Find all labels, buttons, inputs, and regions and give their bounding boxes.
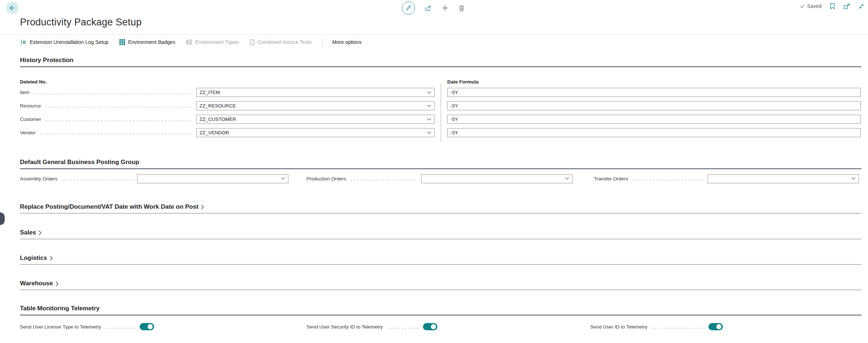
transfer-orders-combobox[interactable] [708,174,859,183]
field-label: Send User ID to Telemetry [590,324,647,330]
combobox-value: ZZ_VENDOR [199,130,229,135]
chevron-right-icon [38,230,42,236]
bookmark-button[interactable] [830,3,835,9]
new-button[interactable] [441,4,449,12]
vendor-date-formula-input[interactable] [447,128,861,137]
chevron-down-icon [565,177,569,180]
section-default-posting-group-header[interactable]: Default General Business Posting Group [20,159,861,169]
chevron-down-icon [427,118,431,121]
share-button[interactable] [424,4,432,12]
action-environment-types[interactable]: Environment Types [186,39,239,45]
dotted-leader [45,120,193,121]
resource-date-formula-input[interactable] [447,101,861,110]
action-label: Extension Uninstallation Log Setup [30,39,108,45]
deleted-no-column: Item ZZ_ITEM Resource ZZ_RESOURCE Custom… [20,88,435,142]
chevron-down-icon [427,91,431,94]
field-label: Item [20,90,29,95]
dotted-leader [61,180,133,181]
assembly-orders-field: Assembly Orders [20,174,288,183]
send-user-security-id-toggle[interactable] [423,323,437,330]
item-combobox[interactable]: ZZ_ITEM [196,88,435,97]
production-orders-combobox[interactable] [421,174,572,183]
action-label: Combined Invoice Texts [258,39,312,45]
item-date-formula-input[interactable] [447,88,861,97]
production-orders-field: Production Orders [307,174,572,183]
dotted-leader [387,328,419,329]
action-combined-invoice-texts[interactable]: Combined Invoice Texts [250,39,312,45]
field-row-customer: Customer ZZ_CUSTOMER [20,115,435,124]
resource-combobox[interactable]: ZZ_RESOURCE [196,101,435,110]
section-replace-dates-header[interactable]: Replace Posting/Document/VAT Date with W… [20,203,861,213]
field-label: Send User License Type to Telemetry [20,324,101,330]
save-status-label: Saved [807,3,822,9]
share-arrow-icon [424,4,432,12]
group-label-date-formula: Date Formula [447,79,478,85]
plus-icon [441,4,449,12]
chevron-down-icon [851,177,856,180]
edit-button[interactable] [402,1,415,15]
send-user-id-toggle[interactable] [708,323,723,330]
customer-date-formula-input[interactable] [447,115,861,124]
pencil-icon [405,5,412,11]
page-title: Productivity Package Setup [20,17,141,28]
dotted-leader [33,93,193,94]
document-minus-icon [250,39,255,45]
send-user-license-type-toggle[interactable] [140,323,154,330]
more-options-button[interactable]: More options [332,39,362,45]
toggle-knob [716,324,721,329]
combobox-value: ZZ_ITEM [199,90,220,95]
bookmark-icon [830,3,835,9]
back-button[interactable] [6,2,18,14]
section-title: Logistics [20,254,47,262]
side-panel-handle[interactable] [0,212,5,225]
toggle-knob [431,324,436,329]
vendor-combobox[interactable]: ZZ_VENDOR [196,128,435,137]
customer-combobox[interactable]: ZZ_CUSTOMER [196,115,435,124]
transfer-orders-field: Transfer Orders [594,174,859,183]
delete-button[interactable] [458,5,465,12]
action-bar-separator [322,38,323,46]
field-label: Send User Security ID to Telemetry [307,324,383,330]
dotted-leader [632,180,704,181]
combobox-value: ZZ_RESOURCE [199,103,236,109]
window-controls: Saved [800,3,864,9]
section-table-monitoring-header[interactable]: Table Monitoring Telemetry [20,305,861,315]
action-environment-badges[interactable]: Environment Badges [119,39,175,45]
chevron-down-icon [281,177,285,180]
section-title: Replace Posting/Document/VAT Date with W… [20,203,198,211]
collapse-button[interactable] [858,3,864,9]
field-label: Production Orders [307,176,346,181]
chevron-right-icon [201,204,204,210]
dotted-leader [651,328,705,329]
dotted-leader [45,107,193,108]
collapse-arrows-icon [858,3,864,9]
posting-group-row: Assembly Orders Production Orders Transf… [20,174,861,183]
section-title: Sales [20,229,36,236]
dotted-leader [39,134,193,135]
action-bar: Extension Uninstallation Log Setup Envir… [21,37,373,48]
field-row-vendor: Vendor ZZ_VENDOR [20,128,435,137]
section-warehouse-header[interactable]: Warehouse [20,280,861,290]
chevron-down-icon [427,105,431,107]
section-title: Default General Business Posting Group [20,159,139,166]
dotted-leader [105,328,136,329]
section-title: Warehouse [20,280,53,287]
field-label: Transfer Orders [594,176,628,181]
send-user-security-id-field: Send User Security ID to Telemetry [307,323,437,330]
open-in-new-window-icon [843,3,850,9]
dotted-leader [350,180,417,181]
assembly-orders-combobox[interactable] [137,174,288,183]
section-history-protection-header[interactable]: History Protection [20,57,861,67]
chevron-down-icon [427,131,431,134]
open-in-new-window-button[interactable] [843,3,850,9]
group-label-deleted-no: Deleted No. [20,79,47,85]
send-user-id-field: Send User ID to Telemetry [590,323,723,330]
toggle-knob [148,324,153,329]
save-status: Saved [800,3,822,9]
section-sales-header[interactable]: Sales [20,229,861,239]
section-logistics-header[interactable]: Logistics [20,254,861,265]
header-divider [0,34,868,35]
date-formula-column [447,88,861,142]
check-icon [800,4,805,9]
action-extension-uninstallation-log-setup[interactable]: Extension Uninstallation Log Setup [21,39,108,45]
